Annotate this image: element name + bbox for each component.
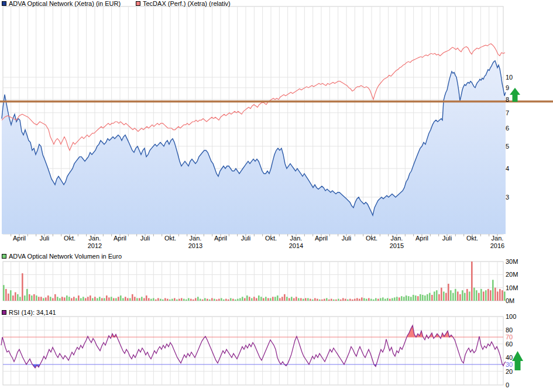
volume-bar (502, 290, 503, 301)
volume-bar (288, 298, 290, 301)
volume-bar (36, 295, 37, 301)
volume-bar (230, 298, 232, 301)
volume-bar (29, 294, 30, 301)
volume-bar (270, 298, 272, 301)
volume-bar (366, 299, 367, 301)
volume-bar (417, 296, 419, 301)
volume-bar (492, 280, 494, 301)
price-axis-label: 8 (506, 96, 509, 103)
volume-axis-label: 10M (506, 284, 518, 291)
volume-bar (260, 297, 262, 301)
volume-bar (111, 297, 112, 301)
volume-bar (434, 291, 435, 301)
rsi-axis-label: 20 (506, 368, 513, 375)
price-axis-label: 10 (506, 74, 513, 81)
volume-bar (312, 300, 314, 301)
volume-bar (157, 298, 159, 301)
volume-bar (277, 295, 279, 301)
price-axis-label: 7 (506, 109, 509, 116)
volume-bar (47, 295, 49, 301)
volume-bar (92, 298, 94, 301)
volume-bar (420, 294, 421, 301)
x-axis-month-label: Jan. (492, 235, 504, 242)
volume-axis-label: 30M (506, 258, 518, 265)
x-axis-month-label: Juli (442, 235, 452, 242)
tecdax-series-swatch-icon (136, 1, 140, 6)
volume-bar (340, 300, 342, 301)
volume-bar (71, 298, 73, 301)
volume-bar (104, 298, 105, 301)
volume-bar (155, 300, 157, 301)
rsi-axis-label: 0 (506, 381, 509, 388)
volume-bar (45, 297, 47, 301)
price-axis-label: 9 (506, 84, 509, 91)
volume-bar (176, 300, 178, 301)
volume-bar (209, 300, 211, 301)
volume-bar (487, 289, 489, 301)
volume-bar (148, 298, 150, 301)
volume-bar (370, 299, 372, 301)
volume-bar (485, 290, 487, 301)
volume-bar (207, 299, 208, 301)
volume-bar (478, 293, 480, 301)
volume-bar (347, 300, 349, 301)
reference-price-line (0, 101, 553, 103)
volume-bar (73, 297, 75, 301)
volume-bar (218, 299, 220, 301)
x-axis-month-label: Jan. (290, 235, 303, 242)
volume-bar (200, 299, 201, 301)
volume-bar (26, 289, 28, 301)
x-axis-month-label: Okt. (164, 235, 176, 242)
x-axis-year-label: 2013 (188, 242, 202, 249)
x-axis-year-label: 2015 (390, 242, 404, 249)
volume-bar (314, 298, 316, 301)
volume-bar (202, 300, 204, 301)
x-axis-month-label: Juli (342, 235, 352, 242)
volume-bar (160, 299, 162, 301)
volume-bar (274, 297, 276, 301)
rsi-axis-label: 40 (506, 354, 513, 361)
volume-bar (403, 297, 405, 301)
volume-bar (22, 273, 23, 301)
volume-bar (239, 298, 241, 301)
volume-bar (272, 297, 274, 301)
volume-series-swatch-icon (2, 254, 6, 259)
volume-bar (333, 300, 335, 301)
rsi-axis-label: 100 (506, 313, 516, 320)
volume-bar (24, 295, 26, 301)
stock-chart-page: 109876543AprilJuliOkt.Jan.AprilJuliOkt.J… (0, 0, 553, 392)
volume-bar (321, 300, 323, 301)
volume-bar (483, 291, 485, 301)
volume-bar (258, 295, 260, 301)
rsi-up-arrow-icon (512, 351, 523, 361)
volume-bar (459, 294, 461, 301)
volume-bar (450, 290, 452, 301)
volume-bar (99, 297, 101, 301)
adva-series-label: ADVA Optical Network (Xetra) (in EUR) (9, 0, 121, 7)
volume-bar (471, 262, 473, 301)
volume-bar (242, 297, 243, 301)
volume-bar (5, 289, 7, 301)
volume-bar (235, 300, 236, 301)
x-axis-month-label: Okt. (64, 235, 75, 242)
volume-bar (382, 297, 384, 301)
volume-bar (52, 298, 54, 301)
price-axis-label: 4 (506, 165, 509, 172)
rsi-series-swatch-icon (2, 310, 6, 315)
volume-bar (118, 297, 119, 301)
volume-bar (396, 297, 398, 301)
volume-bar (300, 298, 302, 301)
volume-bar (473, 288, 475, 301)
volume-bar (253, 297, 255, 301)
volume-bar (178, 299, 180, 301)
volume-bar (436, 290, 438, 301)
tecdax-series-label: TecDAX (Perf.) (Xetra) (relativ) (143, 0, 231, 7)
volume-bar (296, 297, 297, 301)
volume-bar (441, 288, 442, 301)
volume-bar (443, 291, 445, 301)
volume-bar (387, 298, 389, 301)
x-axis-year-label: 2016 (490, 242, 504, 249)
volume-bar (85, 298, 87, 301)
volume-bar (251, 298, 253, 301)
volume-bar (216, 300, 218, 301)
